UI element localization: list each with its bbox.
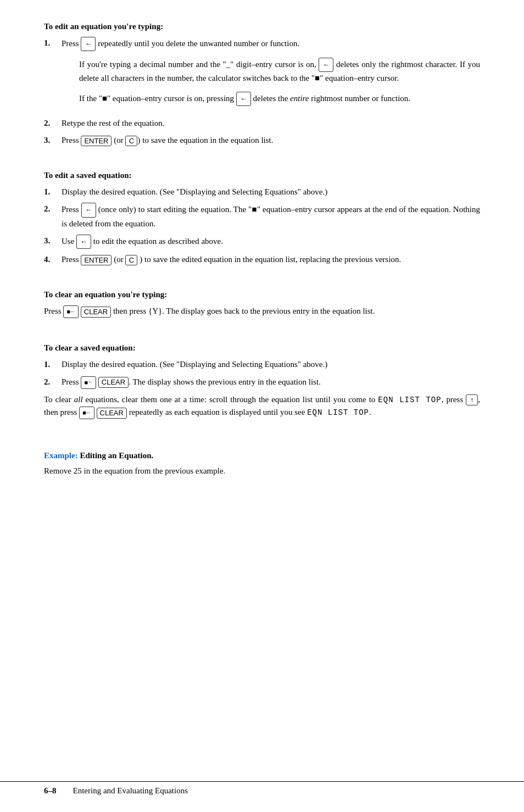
list-number: 1. [44, 37, 62, 49]
page-content: To edit an equation you're typing: 1. Pr… [0, 0, 524, 626]
list-number: 2. [44, 203, 62, 215]
backspace-key: ← [81, 203, 96, 217]
list-item: 1. Press ← repeatedly until you delete t… [44, 37, 480, 113]
clear-key: CLEAR [81, 307, 111, 318]
clear-all-text: To clear all equations, clear them one a… [44, 393, 480, 420]
shift-key: ■← [63, 305, 79, 318]
list-number: 1. [44, 186, 62, 198]
backspace-key: ← [76, 235, 91, 249]
clear-typing-body: Press ■← CLEAR then press {Y}. The displ… [44, 305, 480, 318]
list-number: 1. [44, 358, 62, 371]
backspace-key-inline: ← [319, 58, 333, 72]
list-item: 3. Press ENTER (or C) to save the equati… [44, 134, 480, 147]
list-item: 2. Retype the rest of the equation. [44, 117, 480, 130]
enter-key: ENTER [81, 136, 112, 147]
list-content: Press ■← CLEAR. The display shows the pr… [62, 376, 480, 389]
footer-page-number: 6–8 [44, 786, 57, 796]
list-content: Press ENTER (or C) to save the equation … [62, 134, 480, 147]
list-item: 2. Press ■← CLEAR. The display shows the… [44, 376, 480, 389]
section-heading-clear-saved: To clear a saved equation: [44, 343, 480, 353]
example-title: Editing an Equation. [78, 451, 154, 460]
list-item: 4. Press ENTER (or C ) to save the edite… [44, 253, 480, 266]
shift-key2: ■← [79, 407, 94, 419]
list-number: 3. [44, 134, 62, 147]
list-content: Display the desired equation. (See "Disp… [62, 186, 480, 198]
clear-saved-list: 1. Display the desired equation. (See "D… [44, 358, 480, 388]
section-heading-clear-typing: To clear an equation you're typing: [44, 290, 480, 299]
list-content: Display the desired equation. (See "Disp… [62, 358, 480, 371]
footer-title: Entering and Evaluating Equations [73, 786, 188, 796]
section-heading-edit-typing: To edit an equation you're typing: [44, 22, 480, 31]
clear-key: CLEAR [98, 377, 129, 388]
example-label: Example: [44, 451, 78, 460]
backspace-key-inline2: ← [236, 92, 251, 106]
up-key: ↑ [466, 394, 478, 405]
enter-key: ENTER [81, 255, 112, 266]
clear-key2: CLEAR [97, 408, 127, 419]
page-footer: 6–8 Entering and Evaluating Equations [0, 781, 524, 796]
indent-block-1: If you're typing a decimal number and th… [79, 58, 480, 85]
list-number: 4. [44, 253, 62, 266]
section-heading-edit-saved: To edit a saved equation: [44, 171, 480, 180]
list-number: 2. [44, 376, 62, 388]
edit-typing-list: 1. Press ← repeatedly until you delete t… [44, 37, 480, 147]
eqn-list-top-2: EQN LIST TOP [307, 408, 369, 417]
list-item: 1. Display the desired equation. (See "D… [44, 358, 480, 371]
list-item: 1. Display the desired equation. (See "D… [44, 186, 480, 198]
eqn-list-top-1: EQN LIST TOP [378, 396, 441, 404]
edit-saved-list: 1. Display the desired equation. (See "D… [44, 186, 480, 266]
indent-block-2: If the "■" equation–entry cursor is on, … [79, 92, 480, 106]
example-body: Remove 25 in the equation from the previ… [44, 465, 480, 477]
list-number: 2. [44, 117, 62, 130]
list-number: 3. [44, 235, 62, 247]
list-content: Press ← (once only) to start editing the… [62, 203, 480, 230]
c-key: C [125, 255, 137, 266]
list-content: Retype the rest of the equation. [62, 117, 480, 130]
list-content: Use ← to edit the equation as described … [62, 235, 480, 249]
list-item: 3. Use ← to edit the equation as describ… [44, 235, 480, 249]
list-content: Press ← repeatedly until you delete the … [62, 37, 480, 113]
list-content: Press ENTER (or C ) to save the edited e… [62, 253, 480, 266]
list-item: 2. Press ← (once only) to start editing … [44, 203, 480, 230]
backspace-key: ← [81, 37, 96, 51]
shift-key: ■← [81, 376, 96, 389]
example-heading: Example: Editing an Equation. [44, 451, 480, 460]
c-key: C [125, 136, 137, 147]
